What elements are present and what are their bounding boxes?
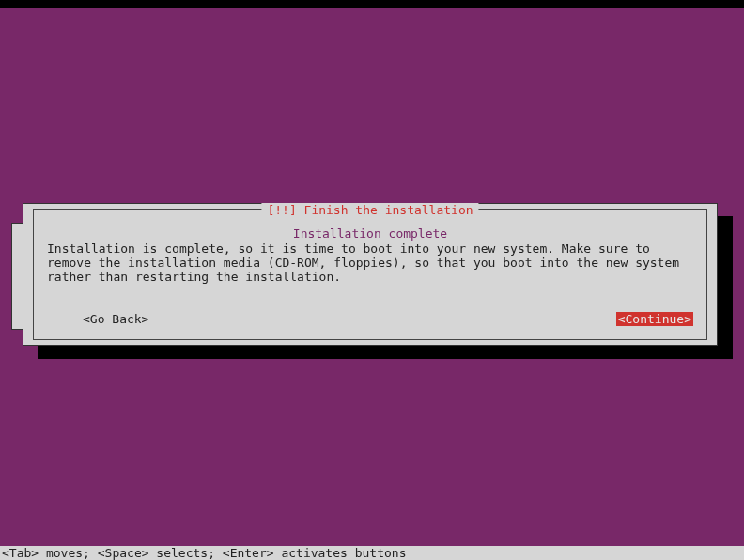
footer-help-bar: <Tab> moves; <Space> selects; <Enter> ac… [0, 546, 744, 560]
dialog-content: Installation complete Installation is co… [34, 210, 706, 339]
dialog-border: [!!] Finish the installation Installatio… [33, 209, 707, 340]
top-bar [0, 0, 744, 8]
go-back-button[interactable]: <Go Back> [47, 312, 148, 326]
dialog-heading: Installation complete [47, 226, 693, 241]
continue-button[interactable]: <Continue> [616, 312, 693, 326]
installer-dialog: [!!] Finish the installation Installatio… [23, 203, 718, 346]
button-row: <Go Back> <Continue> [47, 312, 693, 326]
dialog-body-text: Installation is complete, so it is time … [47, 242, 693, 285]
footer-help-text: <Tab> moves; <Space> selects; <Enter> ac… [2, 546, 406, 560]
